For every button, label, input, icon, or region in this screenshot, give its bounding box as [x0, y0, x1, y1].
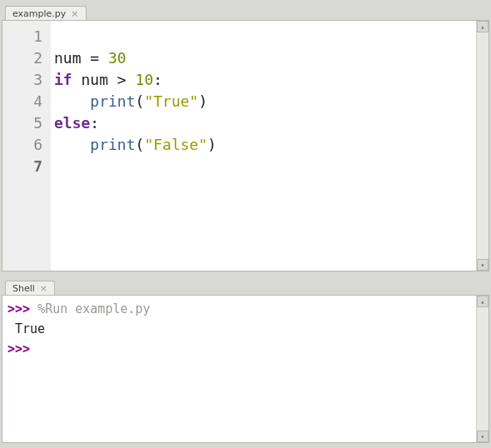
scroll-up-icon[interactable]: ▴	[477, 296, 489, 307]
code-line: else:	[54, 112, 473, 134]
line-number: 6	[2, 134, 42, 156]
editor-scrollbar[interactable]: ▴ ▾	[476, 21, 489, 271]
code-line: print("True")	[54, 91, 473, 112]
code-line: if num > 10:	[54, 69, 473, 91]
shell-tab[interactable]: Shell ×	[5, 281, 55, 296]
shell-content: >>> %Run example.py True>>> ▴ ▾	[2, 295, 489, 443]
editor-content: 1234567 num = 30if num > 10: print("True…	[2, 20, 489, 271]
scroll-down-icon[interactable]: ▾	[477, 431, 489, 442]
editor-tab-label: example.py	[12, 8, 66, 19]
shell-output[interactable]: >>> %Run example.py True>>>	[2, 296, 476, 442]
editor-tabbar: example.py ×	[2, 2, 489, 20]
line-number: 5	[2, 112, 42, 134]
line-number: 2	[2, 47, 42, 69]
close-icon[interactable]: ×	[40, 284, 47, 293]
scroll-down-icon[interactable]: ▾	[477, 259, 489, 271]
shell-line: >>> %Run example.py	[7, 299, 471, 319]
editor-panel: example.py × 1234567 num = 30if num > 10…	[2, 2, 489, 271]
code-line	[54, 156, 473, 177]
line-number: 3	[2, 69, 42, 91]
line-number: 4	[2, 91, 42, 112]
line-number: 7	[2, 156, 42, 177]
code-line: num = 30	[54, 47, 473, 69]
code-editor[interactable]: num = 30if num > 10: print("True")else: …	[51, 21, 476, 271]
scroll-up-icon[interactable]: ▴	[477, 21, 489, 32]
code-line: print("False")	[54, 134, 473, 156]
shell-panel: Shell × >>> %Run example.py True>>> ▴ ▾	[2, 276, 489, 443]
line-number: 1	[2, 26, 42, 47]
shell-tab-label: Shell	[12, 283, 35, 294]
shell-scrollbar[interactable]: ▴ ▾	[476, 296, 489, 442]
editor-tab[interactable]: example.py ×	[5, 6, 87, 21]
shell-tabbar: Shell ×	[2, 276, 489, 295]
shell-line: >>>	[7, 339, 471, 359]
close-icon[interactable]: ×	[71, 9, 78, 18]
shell-line: True	[7, 319, 471, 339]
code-line	[54, 26, 473, 47]
line-number-gutter: 1234567	[2, 21, 51, 271]
